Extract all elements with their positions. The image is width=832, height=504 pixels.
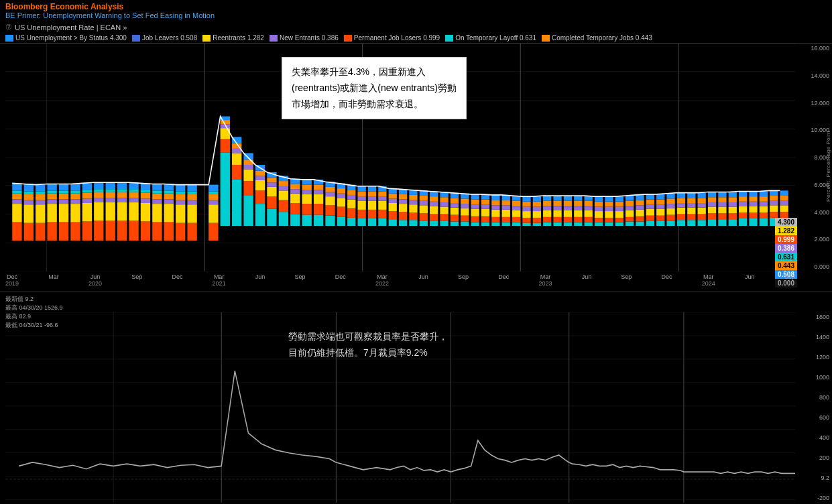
svg-rect-189 [357,210,365,218]
svg-rect-23 [24,194,34,200]
svg-rect-388 [698,208,706,214]
svg-rect-49 [70,184,80,190]
svg-rect-380 [687,220,695,226]
svg-rect-78 [129,189,138,192]
svg-rect-190 [357,201,365,210]
svg-rect-130 [243,170,253,182]
svg-rect-220 [409,204,417,212]
svg-rect-316 [574,210,582,217]
legend-item: Reentrants 1.282 [202,34,264,42]
svg-rect-104 [187,223,196,241]
svg-rect-366 [656,200,664,205]
svg-rect-138 [255,171,265,176]
svg-rect-359 [646,204,654,209]
svg-rect-420 [749,196,757,202]
x-label: Sep [621,273,632,280]
svg-rect-184 [347,200,355,208]
svg-rect-424 [760,206,768,212]
svg-rect-230 [430,220,438,226]
svg-rect-152 [290,214,300,226]
svg-rect-255 [471,216,479,223]
svg-rect-98 [176,223,185,241]
svg-rect-132 [243,160,253,165]
svg-rect-46 [70,200,80,204]
svg-rect-384 [687,198,695,203]
x-label: Dec [498,273,509,280]
legend-item: On Temporary Layoff 0.631 [445,34,536,42]
svg-rect-60 [94,189,103,192]
x-label: Mar [48,273,59,280]
svg-rect-302 [553,223,561,226]
svg-rect-410 [739,218,747,226]
svg-rect-386 [698,220,706,226]
bottom-annotation: 勞動需求端也可觀察裁員率是否攀升， 目前仍維持低檔。7月裁員率9.2% [288,329,448,361]
svg-rect-33 [47,204,56,222]
svg-rect-392 [708,219,716,226]
svg-rect-387 [698,214,706,220]
svg-rect-122 [232,180,241,226]
svg-rect-321 [585,217,593,223]
svg-rect-273 [502,217,510,223]
bottom-info-line: 最高 04/30/20 1526.9 [5,304,63,312]
svg-rect-193 [357,186,365,192]
svg-rect-155 [290,189,300,194]
svg-rect-399 [718,213,726,219]
svg-rect-48 [70,190,80,193]
value-label: 0.386 [775,244,797,253]
svg-rect-378 [677,198,685,203]
svg-rect-244 [451,208,459,215]
svg-rect-171 [325,205,335,215]
svg-rect-296 [543,223,551,226]
svg-rect-351 [636,216,644,222]
svg-rect-39 [59,204,68,222]
svg-rect-74 [129,220,138,241]
svg-rect-68 [117,220,127,241]
svg-rect-161 [302,190,312,194]
svg-rect-63 [106,202,115,220]
svg-rect-55 [82,183,92,190]
svg-rect-182 [347,218,355,226]
x-label: Jun [745,273,755,280]
svg-rect-45 [70,204,80,222]
legend-item: New Entrants 0.386 [270,34,339,42]
svg-rect-245 [451,203,459,208]
svg-rect-102 [176,191,185,194]
svg-rect-395 [708,202,716,207]
svg-rect-164 [314,215,323,226]
svg-rect-183 [347,208,355,218]
svg-rect-105 [187,204,196,223]
svg-rect-352 [636,210,644,216]
svg-rect-43 [59,184,68,190]
svg-rect-19 [12,183,21,190]
svg-rect-198 [368,191,376,196]
svg-rect-41 [59,194,68,200]
svg-rect-91 [152,184,162,190]
svg-rect-379 [677,193,685,198]
svg-rect-263 [481,204,489,209]
svg-rect-320 [585,223,593,226]
svg-rect-404 [729,219,737,226]
svg-rect-311 [564,206,572,210]
svg-rect-136 [255,180,265,190]
y-axis-label: 12.000 [811,100,829,107]
svg-rect-333 [605,218,613,223]
svg-rect-368 [666,220,674,226]
svg-rect-30 [36,191,45,194]
svg-rect-188 [357,218,365,226]
svg-rect-131 [243,165,253,170]
svg-rect-26 [36,223,45,241]
svg-rect-69 [117,202,127,220]
svg-rect-341 [615,206,623,211]
svg-rect-361 [646,194,654,200]
svg-rect-107 [187,194,196,200]
svg-rect-426 [760,196,768,202]
svg-rect-66 [106,189,115,192]
svg-rect-202 [378,201,386,210]
svg-rect-134 [255,204,265,226]
svg-rect-65 [106,192,115,198]
svg-rect-365 [656,204,664,209]
svg-rect-285 [522,218,530,223]
svg-rect-83 [141,193,150,199]
value-label: 4.300 [775,218,797,227]
svg-rect-29 [36,194,45,200]
